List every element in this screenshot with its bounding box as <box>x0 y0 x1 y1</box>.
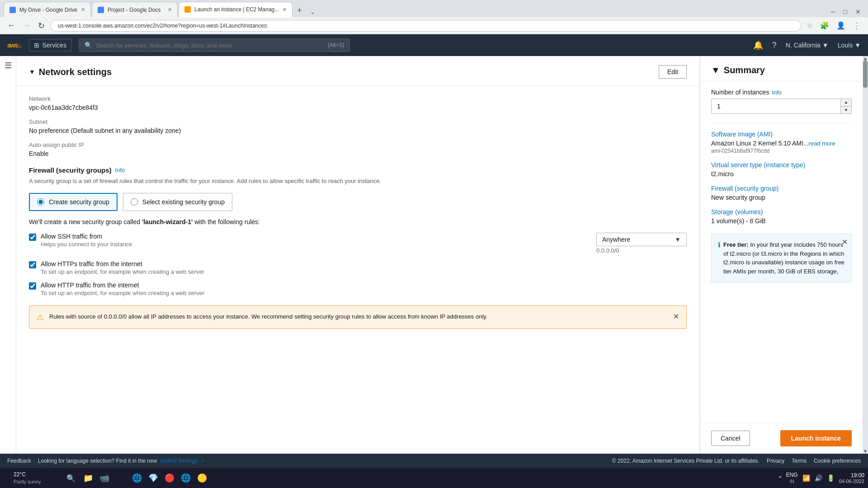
ami-read-more-link[interactable]: read more <box>809 140 835 147</box>
ssh-dropdown-container[interactable]: Anywhere ▼ 0.0.0.0/0 <box>596 233 687 254</box>
menu-btn[interactable]: ⋮ <box>851 19 863 33</box>
tab3-favicon <box>184 6 191 13</box>
ami-title[interactable]: Software Image (AMI) <box>711 131 852 138</box>
tab-3-active[interactable]: Launch an instance | EC2 Manag... ✕ <box>179 2 292 17</box>
taskbar-folder-icon[interactable]: 📁 <box>81 471 95 485</box>
select-sg-option[interactable]: Select existing security group <box>123 193 232 211</box>
firewall-info-link[interactable]: Info <box>115 167 125 174</box>
allow-ssh-label-row[interactable]: Allow SSH traffic from Helps you connect… <box>29 233 587 248</box>
network-icon[interactable]: 📶 <box>802 474 810 482</box>
bottom-bar: Feedback | Looking for language selectio… <box>0 454 868 468</box>
help-icon[interactable]: ? <box>772 41 777 50</box>
allow-ssh-checkbox[interactable] <box>29 234 36 241</box>
instances-info-link[interactable]: Info <box>772 89 782 96</box>
volume-icon[interactable]: 🔊 <box>815 474 822 482</box>
select-sg-radio[interactable] <box>131 198 138 206</box>
battery-icon[interactable]: 🔋 <box>827 474 835 482</box>
tab-2[interactable]: Project - Google Docs ✕ <box>92 2 178 17</box>
form-panel: ▼ Network settings Edit Network vpc-0c61… <box>16 56 700 454</box>
maximize-btn[interactable]: □ <box>840 8 851 15</box>
forward-btn[interactable]: → <box>21 19 33 32</box>
taskbar-chrome-icon[interactable]: 🟡 <box>195 471 209 485</box>
scroll-down-arrow[interactable]: ▼ <box>863 449 868 454</box>
cancel-btn[interactable]: Cancel <box>711 431 750 446</box>
create-sg-radio[interactable] <box>37 198 44 206</box>
storage-title[interactable]: Storage (volumes) <box>711 208 852 216</box>
search-input[interactable] <box>96 42 324 49</box>
extensions-btn[interactable]: 🧩 <box>818 19 831 32</box>
region-selector[interactable]: N. California ▼ <box>786 42 829 49</box>
terms-link[interactable]: Terms <box>792 458 807 464</box>
tab-1[interactable]: My Drive - Google Drive ✕ <box>4 2 91 17</box>
tab3-close[interactable]: ✕ <box>283 7 287 13</box>
summary-firewall-value: New security group <box>711 194 852 201</box>
taskbar-mail-icon[interactable]: 💎 <box>146 471 160 485</box>
tab1-close[interactable]: ✕ <box>81 7 85 13</box>
new-tab-btn[interactable]: + <box>293 6 306 15</box>
sg-desc-suffix: with the following rules: <box>193 218 260 225</box>
tab1-favicon <box>9 7 16 13</box>
right-scroll-indicator[interactable]: ▲ ▼ <box>863 56 868 454</box>
allow-https-checkbox[interactable] <box>29 261 36 268</box>
create-sg-option[interactable]: Create security group <box>29 193 118 211</box>
instance-type-title[interactable]: Virtual server type (instance type) <box>711 161 852 169</box>
feedback-section: Feedback | Looking for language selectio… <box>7 458 204 464</box>
allow-http-label-row[interactable]: Allow HTTP traffic from the internet To … <box>29 282 687 296</box>
close-btn[interactable]: ✕ <box>852 8 864 15</box>
summary-divider-1 <box>711 123 852 123</box>
taskbar-edge-icon[interactable]: 🌐 <box>130 471 144 485</box>
tab-overflow-btn[interactable]: ⌄ <box>307 8 319 15</box>
taskbar-app5-icon[interactable]: 🔴 <box>162 471 177 485</box>
user-profile-btn[interactable]: 👤 <box>835 19 847 32</box>
spin-down-btn[interactable]: ▼ <box>841 107 851 114</box>
url-bar-container[interactable]: us-west-1.console.aws.amazon.com/ec2/v2/… <box>50 20 801 32</box>
url-text: us-west-1.console.aws.amazon.com/ec2/v2/… <box>58 23 793 29</box>
scroll-thumb[interactable] <box>863 61 868 88</box>
warning-close-btn[interactable]: ✕ <box>673 312 679 321</box>
taskbar-teams-icon[interactable]: 📹 <box>97 471 112 485</box>
network-value: vpc-0c61aa3dc7cbe84f3 <box>29 104 687 111</box>
taskbar-clock[interactable]: 19:00 04-06-2022 <box>839 472 864 484</box>
sidebar-toggle-btn[interactable]: ☰ <box>5 61 12 70</box>
instances-input-container[interactable]: ▲ ▼ <box>711 99 852 114</box>
bookmark-btn[interactable]: ☆ <box>805 19 815 32</box>
privacy-link[interactable]: Privacy <box>767 458 784 464</box>
cookie-preferences-link[interactable]: Cookie preferences <box>814 458 861 464</box>
weather-info: 22°C Partly sunny <box>14 471 41 485</box>
chevron-up-icon: ^ <box>779 475 782 481</box>
edit-btn[interactable]: Edit <box>659 65 687 79</box>
auto-assign-label: Auto-assign public IP <box>29 141 687 148</box>
services-menu-btn[interactable]: ⊞ Services <box>29 39 71 52</box>
taskbar-files-icon[interactable]: 🗂 <box>113 471 128 485</box>
external-link-icon: ↗ <box>200 459 204 464</box>
free-tier-close-btn[interactable]: ✕ <box>842 238 848 246</box>
summary-firewall-title[interactable]: Firewall (security group) <box>711 185 852 192</box>
tab2-close[interactable]: ✕ <box>168 7 172 13</box>
unified-link[interactable]: Unified Settings <box>160 458 198 464</box>
allow-https-label-row[interactable]: Allow HTTPs traffic from the internet To… <box>29 260 687 275</box>
user-menu[interactable]: Louis ▼ <box>838 42 861 49</box>
minimize-btn[interactable]: ─ <box>827 8 839 15</box>
instance-type-value: t2.micro <box>711 170 852 178</box>
launch-instance-btn[interactable]: Launch instance <box>780 430 852 446</box>
weather-widget[interactable]: 🌤 22°C Partly sunny <box>4 471 41 485</box>
feedback-link[interactable]: Feedback <box>7 458 31 464</box>
sg-description: We'll create a new security group called… <box>29 218 687 225</box>
aws-logo[interactable]: aws △ <box>7 42 22 49</box>
refresh-btn[interactable]: ↻ <box>36 19 47 33</box>
instances-number-input[interactable] <box>712 99 840 113</box>
spin-up-btn[interactable]: ▲ <box>841 99 851 107</box>
allow-http-checkbox[interactable] <box>29 282 36 290</box>
browser-frame: My Drive - Google Drive ✕ Project - Goog… <box>0 0 868 34</box>
aws-search-bar[interactable]: 🔍 [Alt+S] <box>79 38 350 52</box>
back-btn[interactable]: ← <box>5 19 17 32</box>
start-btn[interactable]: ⊞ <box>47 471 63 485</box>
ssh-dropdown[interactable]: Anywhere ▼ <box>596 233 687 246</box>
systray[interactable]: ^ <box>779 475 782 481</box>
bell-icon[interactable]: 🔔 <box>753 40 763 50</box>
summary-caret-icon: ▼ <box>711 65 720 75</box>
taskbar-search-btn[interactable]: 🔍 <box>65 472 77 484</box>
scroll-up-arrow[interactable]: ▲ <box>863 56 868 61</box>
taskbar-app6-icon[interactable]: 🌐 <box>179 471 193 485</box>
keyboard-indicator[interactable]: ENG IN <box>786 472 798 485</box>
